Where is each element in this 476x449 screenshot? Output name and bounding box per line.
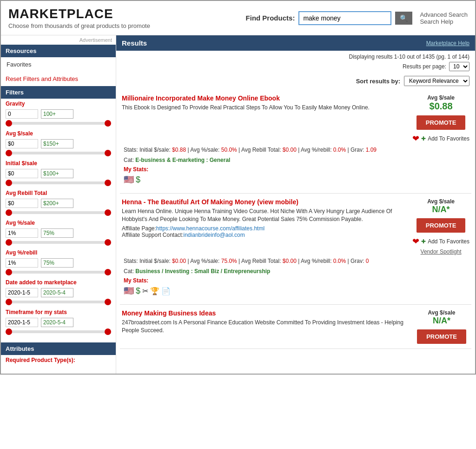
- avgpercentrebill-slider-right[interactable]: [105, 269, 111, 275]
- header-search: Find Products: 🔍 Advanced Search Search …: [246, 11, 468, 25]
- timeframe-slider-right[interactable]: [105, 328, 111, 335]
- find-products-label: Find Products:: [246, 14, 295, 22]
- affiliate-contact-link[interactable]: indianbrideinfo@aol.com: [184, 232, 245, 238]
- product-item: Henna - The Beautiful Art Of Making Mone…: [120, 194, 471, 305]
- add-favorites-label: Add To Favorites: [428, 238, 469, 245]
- product-title[interactable]: Millionaire Incorporated Make Money Onli…: [122, 94, 280, 102]
- avgsale-max-input[interactable]: [41, 139, 73, 148]
- avgpercentrebill-max-input[interactable]: [41, 258, 73, 268]
- product-row: Millionaire Incorporated Make Money Onli…: [122, 94, 469, 144]
- product-main: Millionaire Incorporated Make Money Onli…: [122, 94, 412, 112]
- dollar-icon: $: [136, 175, 140, 185]
- avg-label: Avg $/sale: [427, 198, 455, 205]
- avgpercentsale-slider[interactable]: [6, 241, 111, 244]
- chart-icon: 🏆: [150, 287, 159, 295]
- rebilltotal-slider[interactable]: [6, 211, 111, 214]
- sort-bar: Sort results by: Keyword Relevance Gravi…: [116, 74, 475, 90]
- promote-button[interactable]: PROMOTE: [416, 218, 466, 233]
- add-to-favorites-button[interactable]: ❤ ✚ Add To Favorites: [412, 236, 469, 247]
- gravity-slider-left[interactable]: [6, 120, 12, 127]
- product-desc: This Ebook Is Designed To Provide Real P…: [122, 104, 407, 112]
- avgsale-slider-left[interactable]: [6, 150, 12, 156]
- sort-label: Sort results by:: [356, 78, 400, 85]
- avgpercentsale-slider-left[interactable]: [6, 239, 12, 246]
- site-subtitle: Choose from thousands of great products …: [8, 22, 237, 29]
- avg-value: N/A*: [433, 316, 450, 326]
- initialsale-min-input[interactable]: [6, 169, 38, 178]
- dateadded-max-input[interactable]: [41, 288, 73, 297]
- rebilltotal-min-input[interactable]: [6, 199, 38, 208]
- dateadded-min-input[interactable]: [6, 288, 38, 297]
- gravity-min-input[interactable]: [6, 109, 38, 119]
- filter-avgpercentrebill-row: [1, 257, 116, 269]
- plus-icon: ✚: [421, 238, 426, 245]
- sort-select[interactable]: Keyword Relevance Gravity Avg $/sale: [404, 76, 469, 86]
- results-per-page: Results per page: 10 20 50: [116, 62, 475, 74]
- avg-label: Avg $/sale: [427, 94, 455, 101]
- my-stats-icons: 🇺🇸 $: [122, 174, 469, 188]
- timeframe-slider-left[interactable]: [6, 328, 12, 335]
- avg-value: $0.88: [430, 101, 453, 112]
- promote-button[interactable]: PROMOTE: [417, 329, 466, 344]
- header-links: Advanced Search Search Help: [420, 11, 468, 25]
- search-button[interactable]: 🔍: [395, 12, 412, 25]
- promote-button[interactable]: PROMOTE: [416, 115, 466, 130]
- product-item: Millionaire Incorporated Make Money Onli…: [120, 90, 471, 194]
- avgpercentsale-slider-right[interactable]: [105, 239, 111, 246]
- product-item: Money Making Business Ideas 247broadstre…: [120, 305, 471, 349]
- vendor-spotlight-link[interactable]: Vendor Spotlight: [421, 248, 462, 255]
- marketplace-help-link[interactable]: Marketplace Help: [426, 40, 469, 47]
- initialsale-slider-right[interactable]: [105, 180, 111, 186]
- reset-filters-link[interactable]: Reset Filters and Attributes: [1, 72, 116, 86]
- gravity-max-input[interactable]: [41, 109, 73, 119]
- timeframe-min-input[interactable]: [6, 318, 38, 327]
- add-to-favorites-button[interactable]: ❤ ✚ Add To Favorites: [412, 134, 469, 144]
- product-main: Henna - The Beautiful Art Of Making Mone…: [122, 198, 412, 238]
- cat-line: Cat: Business / Investing : Small Biz / …: [122, 265, 469, 275]
- avgpercentrebill-slider[interactable]: [6, 271, 111, 274]
- product-row: Henna - The Beautiful Art Of Making Mone…: [122, 198, 469, 255]
- results-title: Results: [122, 39, 147, 47]
- avgsale-min-input[interactable]: [6, 139, 38, 148]
- flag-icon: 🇺🇸: [124, 286, 134, 296]
- dateadded-slider[interactable]: [6, 301, 111, 303]
- product-row: Money Making Business Ideas 247broadstre…: [122, 309, 469, 344]
- sidebar: Advertisement Resources Favorites Reset …: [1, 35, 116, 374]
- filter-gravity-label: Gravity: [1, 99, 116, 108]
- product-title[interactable]: Money Making Business Ideas: [122, 309, 216, 317]
- rebilltotal-slider-right[interactable]: [105, 209, 111, 216]
- attributes-header: Attributes: [1, 342, 116, 355]
- filter-dateadded-label: Date added to marketplace: [1, 277, 116, 287]
- gravity-slider[interactable]: [6, 122, 111, 125]
- per-page-select[interactable]: 10 20 50: [449, 62, 469, 71]
- timeframe-max-input[interactable]: [41, 318, 73, 327]
- dateadded-slider-right[interactable]: [105, 299, 111, 305]
- search-input[interactable]: [298, 11, 391, 25]
- avgpercentrebill-min-input[interactable]: [6, 258, 38, 268]
- filter-timeframe-row: [1, 316, 116, 328]
- header: MARKETPLACE Choose from thousands of gre…: [1, 1, 475, 35]
- product-title[interactable]: Henna - The Beautiful Art Of Making Mone…: [122, 198, 298, 206]
- product-main: Money Making Business Ideas 247broadstre…: [122, 309, 414, 335]
- initialsale-slider-left[interactable]: [6, 180, 12, 186]
- page-wrapper: MARKETPLACE Choose from thousands of gre…: [0, 0, 476, 375]
- gravity-slider-right[interactable]: [105, 120, 111, 127]
- main-content: Results Marketplace Help Displaying resu…: [116, 35, 475, 374]
- avgpercentsale-min-input[interactable]: [6, 228, 38, 238]
- avgpercentsale-max-input[interactable]: [41, 228, 73, 238]
- dateadded-slider-left[interactable]: [6, 299, 12, 305]
- initialsale-slider[interactable]: [6, 181, 111, 184]
- search-help-link[interactable]: Search Help: [420, 18, 453, 25]
- avg-value: N/A*: [432, 205, 450, 214]
- advanced-search-link[interactable]: Advanced Search: [420, 11, 468, 18]
- rebilltotal-max-input[interactable]: [41, 199, 73, 208]
- product-side: Avg $/sale N/A* PROMOTE: [414, 309, 469, 344]
- favorites-item[interactable]: Favorites: [1, 57, 116, 72]
- affiliate-page-link[interactable]: https://www.hennacourse.com/affiliates.h…: [156, 225, 264, 232]
- avgsale-slider[interactable]: [6, 152, 111, 154]
- rebilltotal-slider-left[interactable]: [6, 209, 12, 216]
- initialsale-max-input[interactable]: [41, 169, 73, 178]
- timeframe-slider[interactable]: [6, 330, 111, 333]
- avgsale-slider-right[interactable]: [105, 150, 111, 156]
- avgpercentrebill-slider-left[interactable]: [6, 269, 12, 275]
